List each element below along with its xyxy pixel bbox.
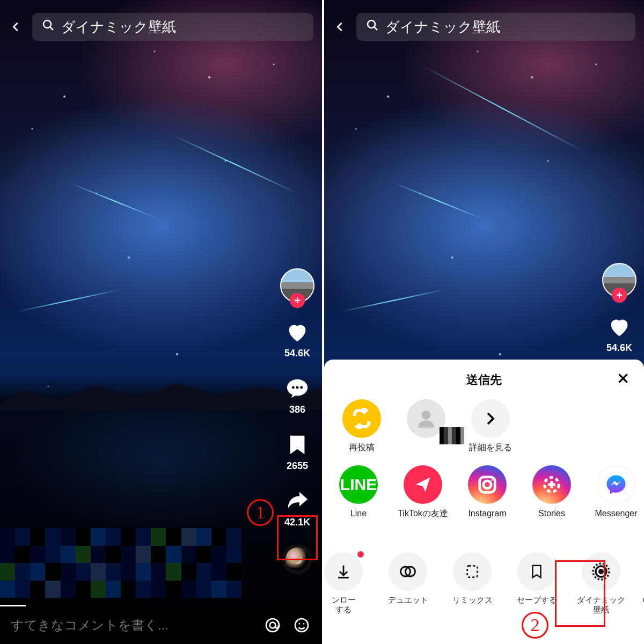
top-bar: ダイナミック壁紙: [9, 13, 313, 41]
share-icon: [284, 488, 311, 515]
search-icon: [42, 19, 55, 35]
gif-option[interactable]: GIF GIFでシェア: [639, 552, 644, 614]
share-button[interactable]: 42.1K: [284, 488, 311, 528]
actions-row: ンロー する デュエット リミックス セーブする ダイナミック壁紙 GIF GI…: [322, 544, 644, 619]
chevron-right-icon: [471, 399, 510, 438]
send-icon: [404, 465, 442, 504]
svg-point-10: [303, 623, 305, 625]
action-rail: + 54.6K: [602, 263, 636, 354]
repost-label: 再投稿: [349, 442, 375, 452]
svg-point-17: [484, 481, 491, 488]
stories-icon: [532, 465, 571, 504]
remix-icon: [453, 552, 492, 591]
svg-point-27: [598, 569, 604, 574]
heart-icon: [606, 313, 633, 340]
search-text: ダイナミック壁紙: [61, 18, 176, 36]
send-row: 再投稿 詳細を見る: [324, 391, 644, 457]
user-option[interactable]: [399, 399, 453, 452]
duet-label: デュエット: [388, 595, 428, 605]
back-button[interactable]: [9, 19, 24, 34]
save-option[interactable]: セーブする: [510, 552, 564, 614]
sheet-header: 送信先: [324, 369, 644, 391]
author-avatar[interactable]: +: [602, 263, 636, 297]
search-bar[interactable]: ダイナミック壁紙: [356, 13, 635, 41]
remix-option[interactable]: リミックス: [445, 552, 499, 614]
emoji-icon[interactable]: [292, 616, 311, 635]
more-label: 詳細を見る: [469, 442, 512, 452]
close-icon[interactable]: [614, 369, 632, 387]
svg-point-18: [491, 479, 493, 481]
svg-line-12: [374, 27, 377, 30]
more-option[interactable]: 詳細を見る: [464, 399, 517, 452]
screenshot-left: ダイナミック壁紙 + 54.6K 386 2655 42.1K: [0, 0, 322, 644]
svg-line-1: [50, 27, 53, 30]
username-redacted: [440, 427, 464, 444]
svg-point-4: [296, 386, 299, 389]
back-button[interactable]: [333, 19, 348, 34]
share-sheet: 送信先 再投稿 詳細を見る LINE L: [324, 360, 644, 644]
heart-icon: [284, 319, 311, 346]
save-label: セーブする: [517, 595, 557, 605]
sound-disc[interactable]: [282, 544, 312, 574]
bookmark-icon: [284, 431, 311, 458]
comment-button[interactable]: 386: [284, 375, 311, 415]
download-icon: [324, 552, 363, 591]
stories-label: Stories: [538, 508, 565, 518]
messenger-option[interactable]: Messenger: [589, 465, 643, 539]
comment-count: 386: [289, 404, 305, 415]
line-icon: LINE: [339, 465, 378, 504]
instagram-icon: [468, 465, 507, 504]
live-wallpaper-label: ダイナミック壁紙: [574, 595, 628, 614]
tiktok-friends-label: TikTokの友達: [398, 508, 448, 518]
svg-point-5: [300, 386, 303, 389]
like-count: 54.6K: [606, 342, 632, 354]
download-label: ンロー する: [332, 595, 356, 614]
instagram-option[interactable]: Instagram: [460, 465, 514, 539]
line-label: Line: [350, 508, 367, 518]
user-label: [425, 442, 427, 452]
comment-bar: [0, 606, 322, 644]
search-bar[interactable]: ダイナミック壁紙: [32, 13, 313, 41]
follow-plus-icon[interactable]: +: [290, 293, 305, 308]
like-button[interactable]: 54.6K: [284, 319, 311, 359]
save-icon: [517, 552, 556, 591]
duet-icon: [389, 552, 427, 591]
svg-rect-16: [480, 477, 495, 493]
author-avatar[interactable]: +: [280, 268, 314, 303]
svg-point-6: [266, 619, 279, 632]
top-bar: ダイナミック壁紙: [333, 13, 635, 41]
messenger-label: Messenger: [595, 508, 637, 518]
svg-point-15: [422, 411, 431, 420]
apps-row: LINE Line TikTokの友達 Instagram Stories Me…: [324, 457, 644, 544]
repost-option[interactable]: 再投稿: [335, 399, 389, 452]
instagram-label: Instagram: [468, 508, 506, 518]
save-button[interactable]: 2655: [284, 431, 311, 472]
mention-icon[interactable]: [263, 616, 282, 635]
stories-option[interactable]: Stories: [525, 465, 579, 539]
share-count: 42.1K: [284, 517, 310, 528]
tiktok-friends-option[interactable]: TikTokの友達: [396, 465, 450, 539]
caption-redacted: [0, 528, 241, 598]
svg-point-11: [368, 20, 375, 28]
svg-rect-26: [467, 566, 478, 577]
svg-point-8: [295, 619, 308, 632]
svg-point-7: [270, 623, 276, 628]
duet-option[interactable]: デュエット: [381, 552, 435, 614]
like-button[interactable]: 54.6K: [606, 313, 633, 354]
svg-point-0: [43, 20, 51, 28]
repost-icon: [342, 399, 381, 438]
comment-icon: [284, 375, 311, 402]
remix-label: リミックス: [452, 595, 493, 605]
search-icon: [366, 19, 379, 35]
download-option[interactable]: ンロー する: [322, 552, 370, 614]
save-count: 2655: [287, 460, 308, 472]
messenger-icon: [597, 465, 635, 504]
svg-point-9: [299, 623, 301, 625]
live-wallpaper-icon: [582, 552, 620, 591]
live-wallpaper-option[interactable]: ダイナミック壁紙: [574, 552, 628, 614]
action-rail: + 54.6K 386 2655 42.1K: [280, 268, 314, 574]
line-option[interactable]: LINE Line: [332, 465, 385, 539]
follow-plus-icon[interactable]: +: [612, 288, 627, 303]
comment-input[interactable]: [11, 618, 253, 633]
sheet-title: 送信先: [466, 372, 502, 388]
